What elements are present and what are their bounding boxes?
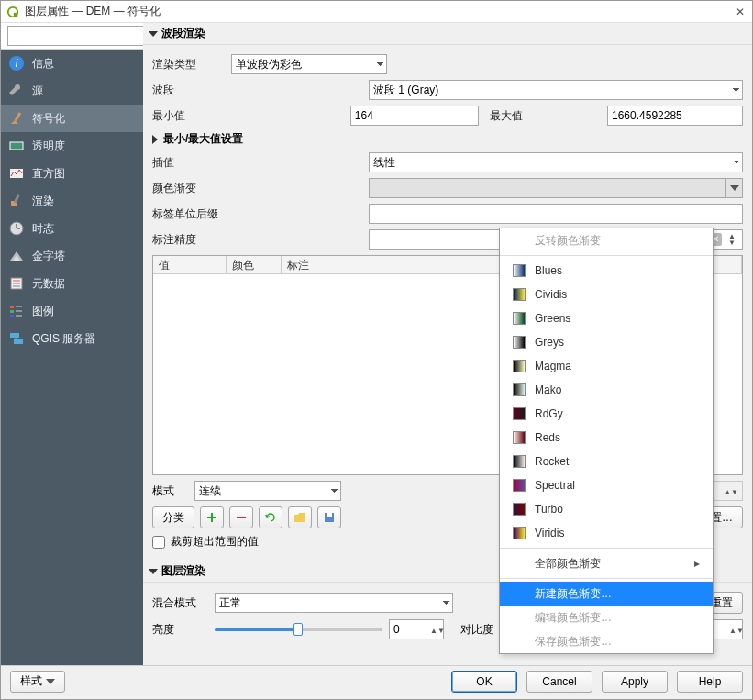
- sidebar-search: [1, 23, 143, 50]
- section-title: 波段渲染: [161, 26, 205, 41]
- style-button[interactable]: 样式: [10, 671, 65, 693]
- save-button[interactable]: [317, 506, 341, 528]
- dd-ramp-magma[interactable]: Magma: [500, 354, 713, 378]
- apply-button[interactable]: Apply: [602, 671, 668, 693]
- ramp-swatch-icon: [513, 264, 526, 277]
- dd-all-ramps[interactable]: 全部颜色渐变▸: [500, 551, 713, 575]
- sidebar-item-temporal[interactable]: 时态: [1, 215, 143, 242]
- close-icon[interactable]: ✕: [734, 6, 747, 18]
- ramp-name: Turbo: [535, 503, 563, 516]
- window-title: 图层属性 — DEM — 符号化: [25, 4, 734, 19]
- sidebar-item-render[interactable]: 渲染: [1, 187, 143, 215]
- nav-label: 直方图: [32, 166, 65, 182]
- brightness-value[interactable]: 0▲▼: [389, 619, 444, 639]
- th-color[interactable]: 颜色: [227, 256, 282, 273]
- dd-ramp-greys[interactable]: Greys: [500, 330, 713, 354]
- open-button[interactable]: [288, 506, 312, 528]
- ramp-name: Magma: [535, 360, 571, 372]
- dd-ramp-rdgy[interactable]: RdGy: [500, 402, 713, 426]
- clip-checkbox[interactable]: [152, 536, 165, 549]
- cancel-button[interactable]: Cancel: [526, 671, 592, 693]
- interp-select[interactable]: 线性: [369, 152, 743, 172]
- svg-rect-11: [14, 194, 20, 203]
- dd-edit-ramp: 编辑颜色渐变…: [500, 606, 713, 629]
- mode-select[interactable]: 连续: [194, 481, 341, 501]
- ramp-label: 颜色渐变: [152, 181, 363, 196]
- row-render-type: 渲染类型 单波段伪彩色: [152, 54, 743, 74]
- ramp-name: Rocket: [535, 455, 569, 468]
- interp-label: 插值: [152, 155, 363, 171]
- row-colorramp: 颜色渐变: [152, 178, 743, 198]
- nav-label: 时态: [32, 221, 54, 237]
- separator: [500, 578, 713, 579]
- sidebar-item-transparency[interactable]: 透明度: [1, 132, 143, 160]
- render-type-select[interactable]: 单波段伪彩色: [231, 54, 387, 74]
- svg-rect-26: [14, 339, 23, 344]
- dd-new-ramp[interactable]: 新建颜色渐变…: [500, 582, 713, 606]
- th-value[interactable]: 值: [153, 256, 227, 273]
- dd-ramp-reds[interactable]: Reds: [500, 426, 713, 450]
- classify-button[interactable]: 分类: [152, 506, 194, 528]
- minmax-group-label: 最小/最大值设置: [163, 131, 243, 147]
- legend-icon: [8, 303, 25, 319]
- dd-ramp-turbo[interactable]: Turbo: [500, 497, 713, 521]
- section-band-render[interactable]: 波段渲染: [143, 23, 752, 45]
- sidebar-item-histogram[interactable]: 直方图: [1, 160, 143, 187]
- row-band: 波段 波段 1 (Gray): [152, 80, 743, 100]
- nav-label: 金字塔: [32, 249, 65, 264]
- sidebar-item-pyramids[interactable]: 金字塔: [1, 242, 143, 270]
- render-type-label: 渲染类型: [152, 57, 226, 72]
- minmax-settings-group[interactable]: 最小/最大值设置: [152, 131, 743, 147]
- dd-ramp-mako[interactable]: Mako: [500, 378, 713, 402]
- info-icon: i: [8, 55, 25, 72]
- ramp-name: Greens: [535, 312, 570, 325]
- svg-rect-9: [10, 169, 23, 178]
- mode-label: 模式: [152, 483, 189, 499]
- sidebar-item-info[interactable]: i 信息: [1, 50, 143, 77]
- sidebar-item-metadata[interactable]: 元数据: [1, 270, 143, 297]
- metadata-icon: [8, 275, 25, 292]
- max-input[interactable]: [607, 106, 743, 126]
- svg-line-27: [15, 338, 18, 339]
- dd-ramp-rocket[interactable]: Rocket: [500, 450, 713, 473]
- ok-button[interactable]: OK: [451, 671, 517, 693]
- dd-ramp-cividis[interactable]: Cividis: [500, 283, 713, 306]
- min-input[interactable]: [350, 106, 479, 126]
- dd-ramp-viridis[interactable]: Viridis: [500, 521, 713, 545]
- ramp-swatch-icon: [513, 312, 526, 325]
- brightness-label: 亮度: [152, 622, 207, 638]
- band-select[interactable]: 波段 1 (Gray): [369, 80, 743, 100]
- blend-select[interactable]: 正常: [215, 593, 453, 613]
- help-button[interactable]: Help: [677, 671, 743, 693]
- folder-icon: [293, 511, 306, 524]
- load-button[interactable]: [259, 506, 282, 528]
- svg-rect-1: [14, 12, 17, 16]
- chevron-right-icon: [152, 135, 158, 144]
- sidebar-item-symbology[interactable]: 符号化: [1, 105, 143, 132]
- brush-icon: [8, 110, 25, 127]
- sidebar-item-legend[interactable]: 图例: [1, 297, 143, 325]
- colorramp-select[interactable]: [369, 178, 743, 198]
- dd-ramp-blues[interactable]: Blues: [500, 259, 713, 283]
- chevron-down-icon: [46, 679, 55, 684]
- chevron-down-icon: [149, 569, 158, 574]
- nav-label: 元数据: [32, 276, 65, 292]
- dd-ramp-spectral[interactable]: Spectral: [500, 473, 713, 497]
- row-minmax: 最小值 最大值: [152, 106, 743, 126]
- sidebar-item-source[interactable]: 源: [1, 77, 143, 105]
- ramp-name: Viridis: [535, 527, 564, 539]
- ramp-swatch-icon: [513, 383, 526, 396]
- dd-ramp-greens[interactable]: Greens: [500, 306, 713, 330]
- dialog-footer: 样式 OK Cancel Apply Help: [1, 665, 752, 696]
- suffix-input[interactable]: [369, 204, 743, 224]
- precision-spin[interactable]: ▲▼: [725, 233, 738, 246]
- plus-icon: [205, 511, 218, 524]
- search-input[interactable]: [7, 26, 154, 46]
- sidebar-item-server[interactable]: QGIS 服务器: [1, 325, 143, 352]
- remove-button[interactable]: [229, 506, 253, 528]
- brightness-slider[interactable]: [215, 627, 382, 632]
- svg-rect-25: [10, 333, 19, 338]
- clock-icon: [8, 220, 25, 237]
- clip-label: 裁剪超出范围的值: [171, 534, 259, 550]
- add-button[interactable]: [200, 506, 224, 528]
